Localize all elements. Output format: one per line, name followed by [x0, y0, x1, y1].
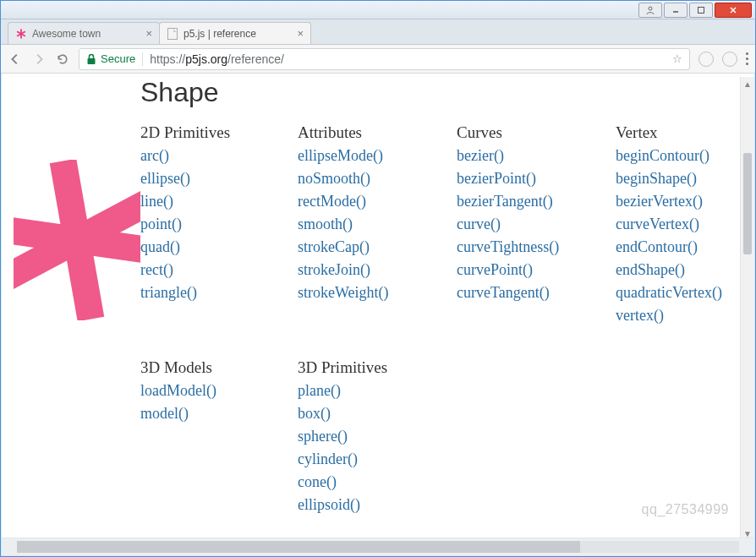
group-title: Attributes	[298, 123, 457, 142]
ref-link[interactable]: smooth()	[298, 216, 457, 233]
ref-group: AttributesellipseMode()noSmooth()rectMod…	[298, 123, 457, 325]
scroll-up-arrow[interactable]: ▲	[741, 77, 754, 91]
ref-link[interactable]: bezier()	[457, 147, 616, 165]
ref-link[interactable]: curvePoint()	[457, 261, 616, 279]
ref-link[interactable]: curveTangent()	[457, 284, 616, 302]
ref-group: 2D Primitivesarc()ellipse()line()point()…	[140, 123, 298, 325]
reload-button[interactable]	[55, 52, 70, 67]
ref-link[interactable]: curveVertex()	[616, 216, 754, 233]
ref-link[interactable]: strokeCap()	[298, 238, 457, 256]
user-icon[interactable]	[638, 3, 662, 18]
ref-link[interactable]: triangle()	[140, 284, 298, 302]
ref-link[interactable]: bezierPoint()	[457, 170, 616, 188]
extension-icon[interactable]	[698, 52, 714, 67]
close-icon[interactable]: ×	[145, 27, 152, 40]
forward-button[interactable]	[31, 52, 47, 67]
svg-rect-2	[698, 8, 704, 14]
ref-link[interactable]: line()	[140, 193, 298, 210]
p5-logo-asterisk	[14, 160, 140, 320]
tab-label: p5.js | reference	[184, 28, 256, 40]
ref-link[interactable]: sphere()	[298, 428, 457, 445]
ref-link[interactable]: curveTightness()	[457, 238, 616, 256]
ref-link[interactable]: curve()	[457, 216, 616, 233]
svg-rect-8	[88, 58, 96, 64]
ref-link[interactable]: model()	[140, 405, 298, 423]
tab-label: Awesome town	[32, 28, 101, 40]
menu-button[interactable]	[746, 52, 748, 67]
ref-link[interactable]: ellipse()	[140, 170, 298, 188]
ref-link[interactable]: ellipsoid()	[298, 496, 457, 514]
secure-label: Secure	[101, 52, 135, 65]
group-title: Curves	[457, 123, 616, 142]
ref-link[interactable]: point()	[140, 216, 298, 233]
scroll-thumb[interactable]	[17, 541, 580, 553]
tab-strip: Awesome town × p5.js | reference ×	[1, 19, 755, 45]
ref-link[interactable]: rect()	[140, 261, 298, 279]
group-title: 3D Models	[140, 358, 298, 377]
ref-link[interactable]: rectMode()	[298, 193, 457, 210]
ref-link[interactable]: arc()	[140, 147, 298, 165]
close-icon[interactable]: ×	[297, 27, 304, 40]
ref-link[interactable]: cone()	[298, 473, 457, 491]
page-title: Shape	[140, 77, 754, 108]
ref-link[interactable]: bezierTangent()	[457, 193, 616, 210]
horizontal-scrollbar[interactable]	[2, 538, 754, 555]
svg-rect-10	[14, 190, 140, 289]
back-button[interactable]	[8, 52, 23, 67]
ref-link[interactable]: plane()	[298, 382, 457, 400]
watermark: qq_27534999	[642, 502, 729, 517]
ref-link[interactable]: bezierVertex()	[616, 193, 754, 210]
lock-icon	[86, 53, 96, 65]
ref-group: 3D Primitivesplane()box()sphere()cylinde…	[298, 358, 457, 514]
minimize-button[interactable]	[664, 3, 688, 18]
scroll-thumb[interactable]	[743, 153, 752, 254]
svg-rect-11	[14, 216, 140, 265]
asterisk-icon	[15, 28, 27, 40]
toolbar: Secure https://p5js.org/reference/ ☆	[1, 45, 755, 74]
window-titlebar	[1, 1, 755, 19]
ref-group: VertexbeginContour()beginShape()bezierVe…	[616, 123, 754, 325]
ref-link[interactable]: loadModel()	[140, 382, 298, 400]
ref-link[interactable]: ellipseMode()	[298, 147, 457, 165]
star-icon[interactable]: ☆	[672, 52, 682, 65]
ref-link[interactable]: quad()	[140, 238, 298, 256]
ref-link[interactable]: beginContour()	[616, 147, 754, 165]
close-button[interactable]	[715, 3, 752, 18]
group-title: 2D Primitives	[140, 123, 298, 142]
ref-link[interactable]: cylinder()	[298, 451, 457, 468]
ref-link[interactable]: beginShape()	[616, 170, 754, 188]
ref-link[interactable]: vertex()	[616, 307, 754, 325]
ref-link[interactable]: quadraticVertex()	[616, 284, 754, 302]
viewport: Shape 2D Primitivesarc()ellipse()line()p…	[2, 74, 754, 538]
tab-p5js-reference[interactable]: p5.js | reference ×	[159, 22, 311, 44]
url-text: https://p5js.org/reference/	[150, 52, 284, 66]
extension-icon[interactable]	[722, 52, 737, 67]
page-icon	[167, 28, 178, 40]
ref-link[interactable]: strokeJoin()	[298, 261, 457, 279]
ref-group: Curvesbezier()bezierPoint()bezierTangent…	[457, 123, 616, 325]
separator	[142, 52, 143, 66]
secure-indicator: Secure	[86, 52, 135, 65]
scroll-down-arrow[interactable]: ▼	[741, 527, 754, 538]
ref-group: 3D ModelsloadModel()model()	[140, 358, 298, 514]
vertical-scrollbar[interactable]: ▲ ▼	[740, 77, 754, 538]
ref-link[interactable]: box()	[298, 405, 457, 423]
new-tab-button[interactable]	[315, 27, 332, 44]
svg-point-0	[649, 7, 652, 10]
address-bar[interactable]: Secure https://p5js.org/reference/ ☆	[79, 48, 690, 70]
svg-rect-9	[50, 160, 105, 320]
group-title: Vertex	[616, 123, 754, 142]
ref-link[interactable]: noSmooth()	[298, 170, 457, 188]
ref-link[interactable]: endContour()	[616, 238, 754, 256]
maximize-button[interactable]	[689, 3, 713, 18]
group-title: 3D Primitives	[298, 358, 457, 377]
ref-link[interactable]: endShape()	[616, 261, 754, 279]
tab-awesome-town[interactable]: Awesome town ×	[8, 22, 160, 44]
ref-link[interactable]: strokeWeight()	[298, 284, 457, 302]
